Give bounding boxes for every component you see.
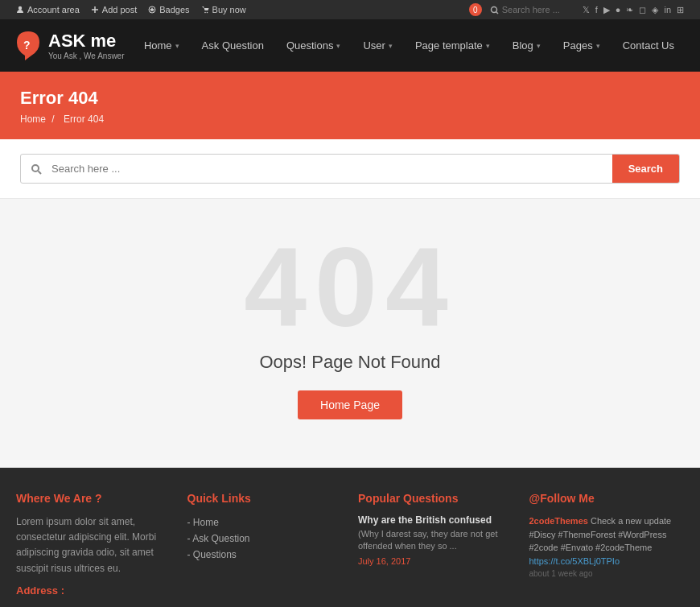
rss-icon[interactable]: ◈	[652, 5, 658, 15]
nav-item-contact[interactable]: Contact Us	[613, 33, 684, 58]
top-bar-right: 0 𝕏 f ▶ ● ❧ ◻ ◈ in ⊞	[469, 3, 684, 16]
footer-col-where: Where We Are ? Lorem ipsum dolor sit ame…	[16, 492, 171, 597]
popular-question-excerpt: (Why I darest say, they dare not get off…	[358, 528, 513, 553]
footer-follow-heading: @Follow Me	[529, 492, 685, 505]
linkedin-icon[interactable]: in	[664, 5, 671, 14]
top-bar: Account area Add post Badges Buy now 0 𝕏…	[0, 0, 700, 19]
footer-where-heading: Where We Are ?	[16, 492, 171, 505]
nav-item-ask-question[interactable]: Ask Question	[192, 33, 274, 58]
footer-link-home[interactable]: Home	[187, 514, 343, 531]
search-icon	[21, 155, 51, 183]
chevron-down-icon: ▾	[336, 42, 340, 50]
search-button[interactable]: Search	[612, 155, 679, 183]
chevron-down-icon: ▾	[486, 42, 490, 50]
facebook-icon[interactable]: f	[595, 5, 598, 14]
nav-item-questions[interactable]: Questions ▾	[277, 33, 351, 58]
content-area: 404 Oops! Page Not Found Home Page	[0, 199, 700, 468]
search-box: Search	[20, 154, 680, 184]
svg-point-6	[206, 12, 208, 14]
tweet-link[interactable]: https://t.co/5XBLj0TPIo	[529, 556, 620, 566]
logo-text: ASK me You Ask , We Answer	[48, 31, 125, 60]
footer-col-follow: @Follow Me 2codeThemes Check a new updat…	[529, 492, 685, 597]
nav-item-page-template[interactable]: Page template ▾	[406, 33, 500, 58]
svg-marker-4	[150, 7, 154, 12]
error-banner: Error 404 Home / Error 404	[0, 72, 700, 139]
site-tagline: You Ask , We Answer	[48, 52, 125, 60]
oops-message: Oops! Page Not Found	[259, 352, 440, 373]
footer: Where We Are ? Lorem ipsum dolor sit ame…	[0, 468, 700, 607]
breadcrumb-home[interactable]: Home	[20, 114, 46, 125]
nav-item-home[interactable]: Home ▾	[134, 33, 189, 58]
flickr-icon[interactable]: ●	[616, 5, 621, 14]
footer-links-heading: Quick Links	[187, 492, 343, 505]
chevron-down-icon: ▾	[389, 42, 393, 50]
page-title: Error 404	[20, 88, 680, 109]
breadcrumb: Home / Error 404	[20, 114, 680, 125]
logo-icon: ?	[16, 31, 40, 61]
footer-links-list: Home Ask Question Questions	[187, 514, 343, 563]
add-post-link[interactable]: Add post	[91, 5, 137, 14]
top-bar-left: Account area Add post Badges Buy now	[16, 5, 246, 14]
chevron-down-icon: ▾	[175, 42, 179, 50]
navbar: ? ASK me You Ask , We Answer Home ▾ Ask …	[0, 19, 700, 72]
svg-point-7	[491, 6, 496, 12]
nav-item-user[interactable]: User ▾	[353, 33, 401, 58]
svg-point-10	[32, 165, 39, 171]
youtube-icon[interactable]: ▶	[603, 5, 610, 15]
footer-col-popular: Popular Questions Why are the British co…	[358, 492, 513, 597]
popular-question-title[interactable]: Why are the British confused	[358, 514, 513, 526]
logo[interactable]: ? ASK me You Ask , We Answer	[16, 31, 125, 61]
badges-link[interactable]: Badges	[148, 5, 189, 14]
instagram-icon[interactable]: ◻	[639, 5, 646, 15]
top-bar-search	[490, 5, 574, 14]
chevron-down-icon: ▾	[537, 42, 541, 50]
svg-line-8	[496, 11, 498, 14]
twitter-icon[interactable]: 𝕏	[583, 5, 590, 15]
footer-popular-heading: Popular Questions	[358, 492, 513, 505]
svg-line-11	[39, 171, 42, 174]
popular-question-date: July 16, 2017	[358, 556, 513, 566]
big-404-number: 404	[244, 231, 456, 344]
chevron-down-icon: ▾	[596, 42, 600, 50]
svg-text:?: ?	[23, 39, 31, 52]
nav-item-blog[interactable]: Blog ▾	[503, 33, 550, 58]
footer-col-links: Quick Links Home Ask Question Questions	[187, 492, 343, 597]
search-section: Search	[0, 139, 700, 199]
rss2-icon[interactable]: ⊞	[677, 5, 684, 15]
nav-item-pages[interactable]: Pages ▾	[554, 33, 610, 58]
main-search-input[interactable]	[51, 155, 612, 183]
svg-point-5	[204, 12, 206, 14]
home-page-button[interactable]: Home Page	[298, 390, 402, 419]
footer-tweet: 2codeThemes Check a new update #Discy #T…	[529, 514, 685, 580]
site-name: ASK me	[48, 31, 125, 52]
footer-address-label: Address :	[16, 584, 171, 597]
nav-menu: Home ▾ Ask Question Questions ▾ User ▾ P…	[134, 33, 684, 58]
social-icons: 𝕏 f ▶ ● ❧ ◻ ◈ in ⊞	[583, 5, 684, 15]
footer-link-questions[interactable]: Questions	[187, 547, 343, 563]
footer-where-body: Lorem ipsum dolor sit amet, consectetur …	[16, 514, 171, 576]
account-area-link[interactable]: Account area	[16, 5, 80, 14]
svg-point-0	[19, 6, 22, 10]
breadcrumb-separator: /	[51, 114, 54, 125]
breadcrumb-current: Error 404	[64, 114, 104, 125]
tweet-time: about 1 week ago	[529, 568, 685, 580]
notification-badge[interactable]: 0	[469, 3, 482, 16]
footer-link-ask-question[interactable]: Ask Question	[187, 531, 343, 547]
buy-now-link[interactable]: Buy now	[201, 5, 246, 14]
twitter-handle[interactable]: 2codeThemes	[529, 516, 588, 526]
vine-icon[interactable]: ❧	[626, 5, 633, 15]
top-search-input[interactable]	[502, 5, 574, 14]
